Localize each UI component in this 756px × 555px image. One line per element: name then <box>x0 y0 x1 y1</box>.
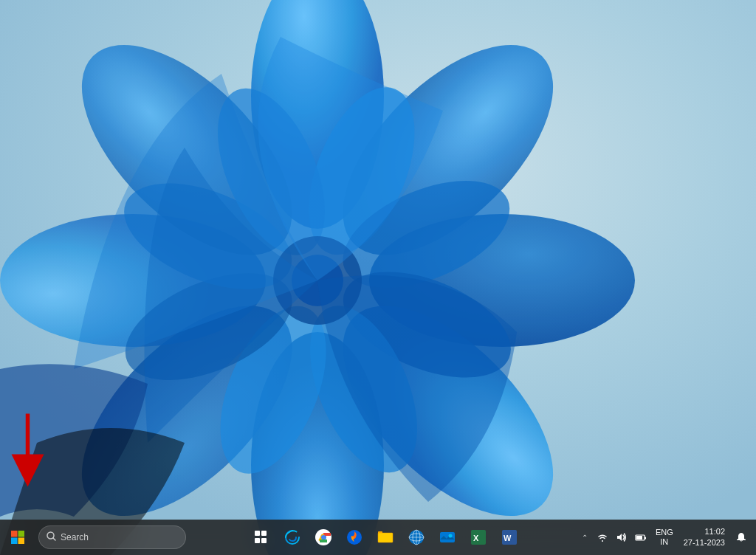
taskbar-icon-firefox[interactable] <box>340 520 369 555</box>
wallpaper <box>0 0 756 555</box>
search-label: Search <box>61 532 89 542</box>
taskbar-icon-chrome[interactable] <box>309 520 338 555</box>
svg-point-29 <box>321 535 326 540</box>
search-bar[interactable]: Search <box>38 525 186 549</box>
tray-chevron-button[interactable]: ⌃ <box>579 532 591 543</box>
ie-globe-icon <box>408 528 425 546</box>
volume-icon[interactable] <box>613 530 630 545</box>
svg-rect-48 <box>636 536 642 540</box>
taskbar: Search <box>0 520 756 555</box>
search-icon <box>47 531 56 543</box>
lang-code: ENG <box>656 528 673 537</box>
notification-button[interactable] <box>732 530 750 545</box>
lang-region: IN <box>660 537 668 547</box>
taskview-icon <box>255 531 268 544</box>
svg-rect-47 <box>645 537 646 540</box>
taskbar-icon-taskview[interactable] <box>247 520 276 555</box>
desktop: Search <box>0 0 756 555</box>
wifi-icon[interactable] <box>594 530 611 545</box>
photos-icon <box>439 528 456 546</box>
svg-rect-24 <box>18 538 25 545</box>
clock[interactable]: 11:02 27-11-2023 <box>679 526 729 549</box>
time-display: 11:02 <box>704 526 725 537</box>
annotation-arrow <box>7 410 48 491</box>
edge-icon <box>284 528 301 546</box>
chrome-icon <box>315 528 332 546</box>
taskbar-icon-ie-globe[interactable] <box>402 520 431 555</box>
svg-text:X: X <box>473 534 479 542</box>
svg-marker-20 <box>12 455 44 487</box>
svg-rect-22 <box>18 531 25 537</box>
battery-icon[interactable] <box>632 530 650 545</box>
system-tray: ⌃ <box>579 526 756 549</box>
svg-text:W: W <box>504 534 512 542</box>
word-icon: W <box>501 528 518 546</box>
file-explorer-icon <box>377 528 394 546</box>
taskbar-left: Search <box>0 520 186 555</box>
taskbar-icon-word[interactable]: W <box>495 520 524 555</box>
windows-logo-icon <box>10 530 25 545</box>
tray-system-icons[interactable] <box>594 530 650 545</box>
taskbar-center-icons: X W <box>192 520 579 555</box>
firefox-icon <box>346 528 363 546</box>
taskbar-icon-explorer[interactable] <box>371 520 400 555</box>
svg-rect-23 <box>11 538 18 545</box>
language-indicator[interactable]: ENG IN <box>653 528 676 547</box>
taskbar-icon-excel[interactable]: X <box>464 520 493 555</box>
date-display: 27-11-2023 <box>684 537 725 548</box>
start-button[interactable] <box>0 520 35 555</box>
taskbar-icon-edge[interactable] <box>278 520 307 555</box>
svg-point-41 <box>448 534 452 538</box>
svg-rect-21 <box>11 531 18 537</box>
svg-rect-33 <box>378 533 393 542</box>
notification-bell-icon <box>735 531 747 543</box>
svg-line-26 <box>53 538 55 540</box>
taskbar-icon-photos[interactable] <box>433 520 462 555</box>
excel-icon: X <box>470 528 487 546</box>
